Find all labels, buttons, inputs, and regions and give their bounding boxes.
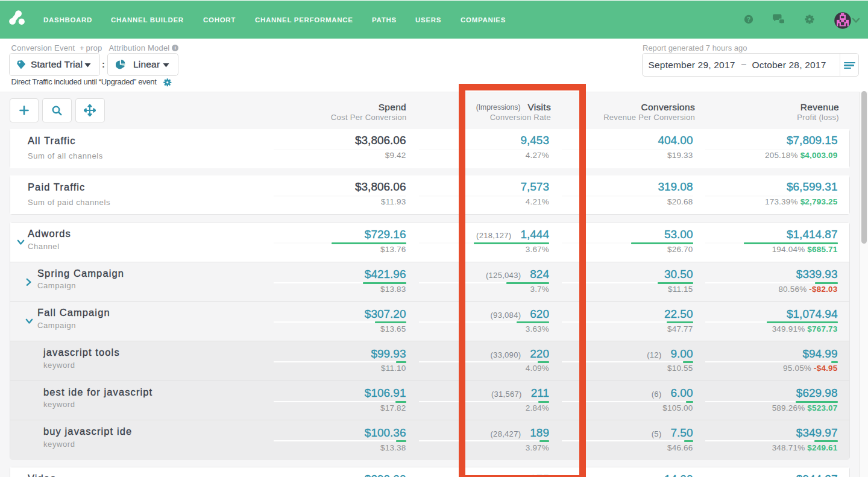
svg-text:?: ? <box>747 16 750 23</box>
